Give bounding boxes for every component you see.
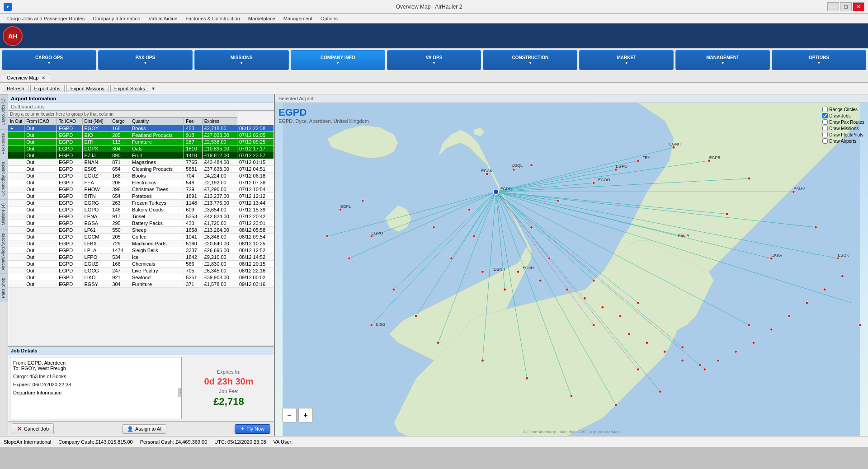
cat-cargo-ops[interactable]: CARGO OPS ▼ (2, 50, 96, 70)
jobs-panel: Airport Information Outbound Jobs Drag a… (8, 94, 275, 436)
cat-options[interactable]: OPTIONS ▼ (772, 50, 866, 70)
col-to-icao[interactable]: To ICAO (57, 118, 82, 125)
left-tab-parts-shop[interactable]: Parts Shop (0, 274, 8, 302)
table-row[interactable]: OutEGPDBITN654Potatoes1891£13,237.0007/1… (8, 193, 274, 200)
svg-point-107 (859, 324, 862, 326)
cat-pax-ops[interactable]: PAX OPS ▼ (98, 50, 193, 70)
export-dropdown-arrow[interactable]: ▼ (151, 86, 156, 91)
table-row[interactable]: OutEGPDEGUZ166Chemicals566£2,830.0008/12… (8, 261, 274, 267)
table-row[interactable]: ►OutEGPDEGOY168Books453£2,718.0006/12 22… (8, 125, 274, 132)
svg-line-27 (496, 192, 532, 228)
left-tab-missions[interactable]: Missions (4) (0, 199, 8, 229)
close-button[interactable]: ✕ (853, 2, 864, 11)
svg-point-69 (614, 168, 617, 171)
table-row[interactable]: OutEGPDEGPX304Oats1810£10,895.0007/12 17… (8, 145, 274, 152)
svg-point-59 (481, 359, 484, 362)
menu-options[interactable]: Options (317, 15, 341, 22)
svg-text:ENUB: ENUB (678, 234, 689, 238)
export-jobs-button[interactable]: Export Jobs (30, 85, 65, 92)
table-row[interactable]: OutEGPDLIKO921Seafood5251£39,908.0009/12… (8, 274, 274, 281)
table-row[interactable]: OutEGPDES05654Cleaning Products5881£37,6… (8, 166, 274, 173)
cat-va-ops[interactable]: VA OPS ▼ (387, 50, 481, 70)
table-row[interactable]: OutEGPDEZJJ890Fruit1410£19,812.0007/12 2… (8, 152, 274, 159)
left-tab-aircraft-pilots[interactable]: Aircraft/Pilots/Stocks (0, 229, 8, 274)
menu-marketplace[interactable]: Marketplace (245, 15, 279, 22)
svg-line-20 (482, 192, 495, 361)
refresh-button[interactable]: Refresh (3, 85, 28, 92)
cat-company-info[interactable]: COMPANY INFO ▼ (291, 50, 385, 70)
col-from-icao[interactable]: From ICAO (24, 118, 57, 125)
col-dist[interactable]: Dist (NM) (82, 118, 110, 125)
map-panel: Selected Airport (275, 94, 868, 436)
table-row[interactable]: OutEGPDEGCG247Live Poultry705£6,345.0008… (8, 267, 274, 274)
table-row[interactable]: OutEGPDFEA208Electronics548£2,192.0007/1… (8, 179, 274, 186)
export-stocks-button[interactable]: Export Stocks (110, 85, 149, 92)
svg-point-86 (517, 270, 519, 273)
table-row[interactable]: OutEGPDEHOW396Christmas Trees729£7,290.0… (8, 186, 274, 193)
left-tab-pax-routes[interactable]: Pax Routes (0, 129, 8, 158)
zoom-in-button[interactable]: + (298, 408, 313, 422)
svg-point-66 (530, 226, 533, 229)
table-row[interactable]: OutEGPDENAN871Magazines7765£43,484.0007/… (8, 159, 274, 166)
draw-airports-checkbox[interactable] (822, 138, 828, 144)
menu-virtual-airline[interactable]: Virtual Airline (145, 15, 181, 22)
cat-missions[interactable]: MISSIONS ▼ (194, 50, 289, 70)
cat-market[interactable]: MARKET ▼ (579, 50, 674, 70)
svg-line-15 (496, 192, 705, 370)
table-row[interactable]: OutEGPDLFPO534Ice1842£9,210.0008/12 14:5… (8, 254, 274, 261)
svg-point-65 (472, 235, 475, 238)
left-tab-commodity-stocks[interactable]: Commodity Stocks (0, 158, 8, 199)
left-tab-cargo-jobs[interactable]: Cargo Jobs (1) (0, 94, 8, 129)
table-row[interactable]: OutEGPDEGUZ166Books704£4,224.0007/12 06:… (8, 173, 274, 179)
table-row[interactable]: OutEGPDLF61550Sheep1658£13,264.0008/12 0… (8, 227, 274, 234)
svg-line-44 (496, 192, 683, 347)
menu-factories[interactable]: Factories & Construction (182, 15, 243, 22)
map-container[interactable]: EGPD FEA EGNH EGPB EGOO EGPO ENUB ESOK E… (275, 103, 868, 436)
table-row[interactable]: OutEGPDEITI113Furniture287£2,538.0007/12… (8, 139, 274, 145)
table-row[interactable]: OutEGPDEGSA295Battery Packs430£1,720.000… (8, 220, 274, 227)
cat-management[interactable]: MANAGEMENT ▼ (675, 50, 770, 70)
svg-text:EGNH: EGNH (669, 142, 681, 146)
tab-overview-map[interactable]: Overview Map ✕ (2, 74, 50, 81)
tab-close-icon[interactable]: ✕ (42, 75, 45, 80)
col-cargo[interactable]: Cargo (110, 118, 130, 125)
resize-handle[interactable]: ⋮ (178, 388, 181, 397)
col-fee[interactable]: Fee (184, 118, 202, 125)
draw-fleet-checkbox[interactable] (822, 132, 828, 137)
draw-pax-label: Draw Pax Routes (829, 120, 864, 125)
cancel-job-button[interactable]: ✕ Cancel Job (12, 423, 54, 434)
minimize-button[interactable]: — (827, 2, 839, 11)
col-quantity[interactable]: Quantity (130, 118, 184, 125)
table-row[interactable]: OutEGPDEIO285Peatland Products918£27,028… (8, 132, 274, 139)
fly-now-button[interactable]: ✈ Fly Now (235, 424, 270, 434)
table-row[interactable]: OutEGPDEGCM205Coffee1041£8,848.0008/12 0… (8, 234, 274, 240)
col-drag-hint: Drag a column header here to group by th… (8, 111, 237, 118)
svg-text:ESOK: ESOK (838, 253, 849, 258)
table-row[interactable]: OutEGPDLPLA1474Sleigh Bells3337£26,696.0… (8, 247, 274, 254)
maximize-button[interactable]: □ (840, 2, 852, 11)
col-expires[interactable]: Expires (202, 118, 237, 125)
svg-text:FEA: FEA (642, 155, 650, 160)
range-circles-checkbox[interactable] (822, 107, 828, 112)
draw-missions-checkbox[interactable] (822, 126, 828, 131)
menu-cargo-jobs[interactable]: Cargo Jobs and Passenger Routes (4, 15, 88, 22)
table-row[interactable]: OutEGPDLFBX729Machined Parts5160£20,640.… (8, 240, 274, 247)
draw-pax-checkbox[interactable] (822, 119, 828, 125)
svg-line-23 (394, 192, 496, 290)
zoom-out-button[interactable]: − (282, 408, 297, 422)
draw-jobs-checkbox[interactable] (822, 113, 828, 118)
export-missions-button[interactable]: Export Missons (66, 85, 108, 92)
table-row[interactable]: OutEGPDEGRG263Frozen Turkeys1148£13,776.… (8, 200, 274, 206)
svg-point-55 (659, 390, 662, 393)
menu-management[interactable]: Management (280, 15, 316, 22)
table-row[interactable]: OutEGPDLENA917Tinsel5353£42,824.0007/12 … (8, 213, 274, 220)
menu-company-info[interactable]: Company Information (89, 15, 144, 22)
table-row[interactable]: OutEGPDEGSY304Furniture371£1,578.0009/12… (8, 281, 274, 288)
assign-ai-button[interactable]: 👤 Assign to AI (122, 424, 166, 434)
table-row[interactable]: OutEGPDEGPO146Bakery Goods609£3,654.0007… (8, 206, 274, 213)
jobs-table-container[interactable]: Drag a column header here to group by th… (8, 111, 274, 346)
svg-line-32 (496, 147, 674, 192)
col-inout[interactable]: In Out (8, 118, 24, 125)
cat-construction[interactable]: CONSTRUCTION ▼ (483, 50, 577, 70)
svg-point-67 (557, 199, 560, 202)
